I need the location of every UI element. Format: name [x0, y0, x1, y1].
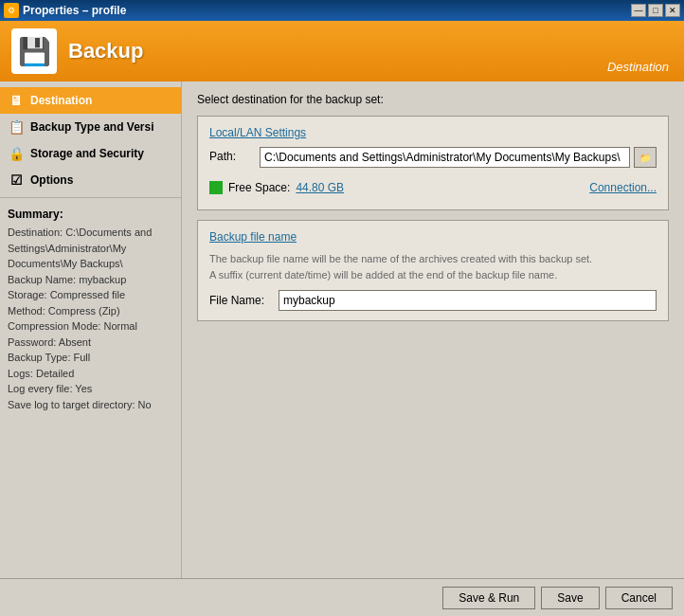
header: 💾 Backup Destination	[0, 21, 684, 82]
path-input-wrap: 📁	[260, 147, 657, 168]
header-subtitle: Destination	[607, 60, 669, 74]
destination-icon: 🖥	[8, 92, 25, 109]
sidebar-label-options: Options	[30, 173, 73, 187]
storage-icon: 🔒	[8, 145, 25, 162]
sidebar-label-storage: Storage and Security	[30, 147, 144, 160]
title-bar-left: ⚙ Properties – profile	[4, 3, 126, 18]
summary-section: Summary: Destination: C:\Documents andSe…	[0, 202, 181, 418]
cancel-label: Cancel	[621, 591, 657, 605]
free-space-indicator	[209, 181, 223, 194]
file-name-input[interactable]	[279, 290, 657, 311]
title-bar: ⚙ Properties – profile — □ ✕	[0, 0, 684, 21]
maximize-button[interactable]: □	[648, 4, 663, 17]
sidebar-label-destination: Destination	[30, 94, 92, 107]
save-run-button[interactable]: Save & Run	[442, 587, 535, 609]
sidebar-item-storage-security[interactable]: 🔒 Storage and Security	[0, 140, 181, 167]
app-icon: ⚙	[4, 3, 19, 18]
content-panel: Select destination for the backup set: L…	[182, 82, 684, 578]
backup-type-icon: 📋	[8, 118, 25, 136]
backup-icon: 💾	[11, 28, 57, 74]
free-space-value[interactable]: 44.80 GB	[296, 181, 344, 194]
sidebar-label-backup-type: Backup Type and Versi	[30, 120, 154, 134]
sidebar-item-backup-type[interactable]: 📋 Backup Type and Versi	[0, 114, 181, 140]
browse-button[interactable]: 📁	[634, 147, 657, 168]
local-lan-title[interactable]: Local/LAN Settings	[209, 126, 657, 139]
options-icon: ☑	[8, 172, 25, 189]
save-button[interactable]: Save	[541, 587, 599, 609]
main-area: 🖥 Destination 📋 Backup Type and Versi 🔒 …	[0, 82, 684, 578]
path-row: Path: 📁	[209, 147, 657, 168]
content-title: Select destination for the backup set:	[197, 93, 669, 106]
bottom-bar: Save & Run Save Cancel	[0, 578, 684, 616]
cancel-button[interactable]: Cancel	[605, 587, 673, 609]
save-label: Save	[557, 591, 583, 605]
close-button[interactable]: ✕	[665, 4, 680, 17]
file-name-label: File Name:	[209, 294, 271, 307]
sidebar-item-options[interactable]: ☑ Options	[0, 167, 181, 193]
minimize-button[interactable]: —	[631, 4, 646, 17]
header-title: Backup	[68, 39, 143, 63]
backup-name-description: The backup file name will be the name of…	[209, 251, 657, 282]
free-space-label: Free Space:	[228, 181, 290, 194]
backup-file-name-box: Backup file name The backup file name wi…	[197, 220, 669, 321]
file-name-row: File Name:	[209, 290, 657, 311]
connection-link[interactable]: Connection...	[589, 181, 657, 194]
header-left: 💾 Backup	[11, 28, 143, 74]
window-title: Properties – profile	[23, 4, 126, 17]
local-lan-settings-box: Local/LAN Settings Path: 📁 Free Space: 4…	[197, 116, 669, 210]
sidebar-divider	[0, 197, 181, 198]
summary-title: Summary:	[8, 208, 173, 221]
save-run-label: Save & Run	[459, 591, 519, 605]
window-controls: — □ ✕	[631, 4, 680, 17]
backup-file-name-title: Backup file name	[209, 230, 657, 244]
sidebar-item-destination[interactable]: 🖥 Destination	[0, 87, 181, 114]
path-input[interactable]	[260, 147, 630, 168]
free-space-left: Free Space: 44.80 GB	[209, 181, 344, 194]
summary-text: Destination: C:\Documents andSettings\Ad…	[8, 225, 173, 412]
path-label: Path:	[209, 147, 252, 163]
sidebar: 🖥 Destination 📋 Backup Type and Versi 🔒 …	[0, 82, 182, 578]
free-space-row: Free Space: 44.80 GB Connection...	[209, 175, 657, 200]
